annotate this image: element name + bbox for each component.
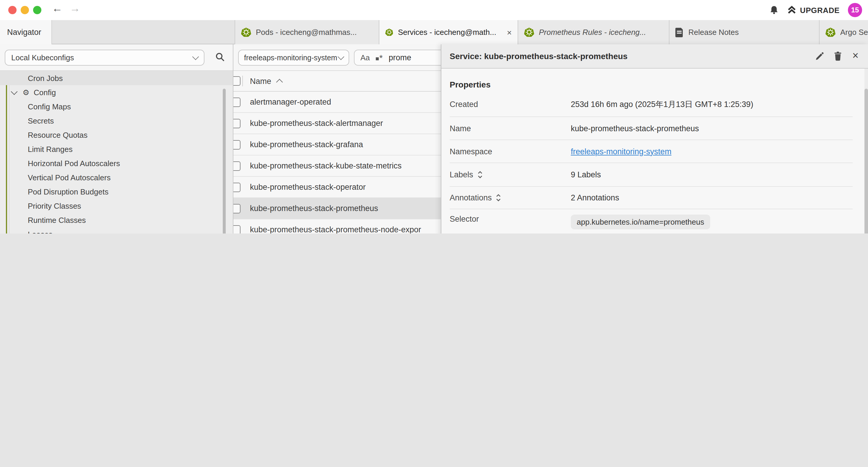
row-checkbox[interactable] xyxy=(234,204,241,213)
table-row[interactable]: kube-prometheus-stack-kube-state-metrics xyxy=(234,155,441,177)
chevron-down-icon xyxy=(11,88,18,95)
expand-collapse-icon[interactable] xyxy=(496,194,501,202)
tab-prometheus-rules[interactable]: Prometheus Rules - icecheng... xyxy=(518,20,670,44)
tab-pods[interactable]: Pods - icecheng@mathmas... xyxy=(235,20,379,44)
navigator-sidebar: Local Kubeconfigs Cron Jobs ⚙Config Conf… xyxy=(0,44,234,233)
sidebar-item-limit-ranges[interactable]: Limit Ranges xyxy=(0,142,233,156)
services-list-panel: freeleaps-monitoring-system Aa * prome N… xyxy=(234,44,441,233)
selector-chip: app.kubernetes.io/name=prometheus xyxy=(571,214,710,229)
sidebar-item-priority-classes[interactable]: Priority Classes xyxy=(0,199,233,213)
tab-navigator[interactable]: Navigator xyxy=(0,20,52,44)
row-checkbox[interactable] xyxy=(234,140,241,149)
tab-services[interactable]: Services - icecheng@math... × xyxy=(379,20,518,44)
close-tab-icon[interactable]: × xyxy=(507,28,512,37)
sidebar-item-config[interactable]: ⚙Config xyxy=(0,85,233,99)
row-checkbox[interactable] xyxy=(234,182,241,192)
property-row-namespace: Namespace freeleaps-monitoring-system xyxy=(450,140,852,163)
select-all-checkbox[interactable] xyxy=(234,76,241,86)
column-header-name[interactable]: Name xyxy=(250,71,282,91)
drawer-scrollbar[interactable] xyxy=(864,89,868,233)
tab-strip: Navigator Pods - icecheng@mathmas... Ser… xyxy=(0,20,868,44)
row-checkbox[interactable] xyxy=(234,225,241,233)
kubeconfig-select[interactable]: Local Kubeconfigs xyxy=(5,50,205,66)
namespace-link[interactable]: freeleaps-monitoring-system xyxy=(571,147,672,156)
table-row[interactable]: kube-prometheus-stack-operator xyxy=(234,177,441,198)
back-arrow-icon[interactable]: ← xyxy=(52,2,63,15)
table-row[interactable]: kube-prometheus-stack-alertmanager xyxy=(234,113,441,134)
table-row[interactable]: alertmanager-operated xyxy=(234,92,441,113)
app-window: ← → UPGRADE 15 Navigator Pods - icecheng… xyxy=(0,0,868,233)
kubernetes-icon xyxy=(826,27,836,37)
drawer-title: Service: kube-prometheus-stack-prometheu… xyxy=(450,52,627,61)
chevron-down-icon xyxy=(192,53,199,60)
property-row-name: Name kube-prometheus-stack-prometheus xyxy=(450,117,852,140)
filter-input[interactable]: Aa * prome xyxy=(354,50,441,66)
sidebar-item-vertical-pod-autoscalers[interactable]: Vertical Pod Autoscalers xyxy=(0,170,233,184)
forward-arrow-icon[interactable]: → xyxy=(70,2,80,15)
property-row-created: Created 253d 16h 6m ago (2025年1月13日 GMT+… xyxy=(450,92,852,117)
close-icon[interactable]: × xyxy=(852,50,859,61)
kubernetes-icon xyxy=(524,27,534,37)
sidebar-item-leases[interactable]: Leases xyxy=(0,227,233,233)
notification-badge[interactable]: 15 xyxy=(848,3,862,17)
namespace-select[interactable]: freeleaps-monitoring-system xyxy=(238,50,349,66)
row-checkbox[interactable] xyxy=(234,119,241,128)
filter-query: prome xyxy=(389,53,411,62)
sort-ascending-icon xyxy=(276,79,283,85)
kubernetes-icon xyxy=(241,27,251,37)
match-case-icon[interactable]: Aa xyxy=(361,53,370,62)
edit-icon[interactable] xyxy=(815,52,824,61)
table-row[interactable]: kube-prometheus-stack-prometheus-node-ex… xyxy=(234,219,441,233)
close-window-button[interactable] xyxy=(8,6,17,14)
document-icon xyxy=(675,28,684,37)
sidebar-item-cron-jobs[interactable]: Cron Jobs xyxy=(0,71,233,85)
bell-icon[interactable] xyxy=(769,5,779,15)
upgrade-button[interactable]: UPGRADE xyxy=(787,5,840,15)
table-row[interactable]: kube-prometheus-stack-grafana xyxy=(234,134,441,155)
kubernetes-icon xyxy=(385,27,393,37)
titlebar: ← → UPGRADE 15 xyxy=(0,0,868,20)
upgrade-chevrons-icon xyxy=(787,5,797,15)
minimize-window-button[interactable] xyxy=(21,6,29,14)
table-header: Name xyxy=(234,71,441,92)
sidebar-item-pod-disruption-budgets[interactable]: Pod Disruption Budgets xyxy=(0,184,233,199)
delete-icon[interactable] xyxy=(834,52,842,61)
property-row-annotations: Annotations 2 Annotations xyxy=(450,187,852,209)
gear-icon: ⚙ xyxy=(21,88,31,96)
service-details-drawer: Service: kube-prometheus-stack-prometheu… xyxy=(441,44,868,233)
sidebar-item-resource-quotas[interactable]: Resource Quotas xyxy=(0,128,233,142)
properties-heading: Properties xyxy=(450,77,852,92)
zoom-window-button[interactable] xyxy=(33,6,41,14)
property-row-labels: Labels 9 Labels xyxy=(450,163,852,187)
resource-tree: Cron Jobs ⚙Config Config Maps Secrets Re… xyxy=(0,71,233,233)
search-icon[interactable] xyxy=(215,52,225,62)
table-row-selected[interactable]: kube-prometheus-stack-prometheus xyxy=(234,198,441,219)
tab-release-notes[interactable]: Release Notes xyxy=(670,20,819,44)
expand-collapse-icon[interactable] xyxy=(477,171,483,178)
row-checkbox[interactable] xyxy=(234,97,241,107)
tab-argo[interactable]: Argo Se xyxy=(819,20,868,44)
row-checkbox[interactable] xyxy=(234,161,241,171)
sidebar-item-secrets[interactable]: Secrets xyxy=(0,114,233,128)
chevron-down-icon xyxy=(338,53,344,60)
sidebar-item-config-maps[interactable]: Config Maps xyxy=(0,99,233,114)
drawer-header: Service: kube-prometheus-stack-prometheu… xyxy=(441,44,868,68)
sidebar-item-runtime-classes[interactable]: Runtime Classes xyxy=(0,213,233,227)
property-row-selector: Selector app.kubernetes.io/name=promethe… xyxy=(450,209,852,233)
upgrade-label: UPGRADE xyxy=(800,6,840,14)
sidebar-item-horizontal-pod-autoscalers[interactable]: Horizontal Pod Autoscalers xyxy=(0,156,233,170)
sidebar-scrollbar[interactable] xyxy=(223,89,226,233)
regex-icon[interactable]: * xyxy=(376,53,383,63)
